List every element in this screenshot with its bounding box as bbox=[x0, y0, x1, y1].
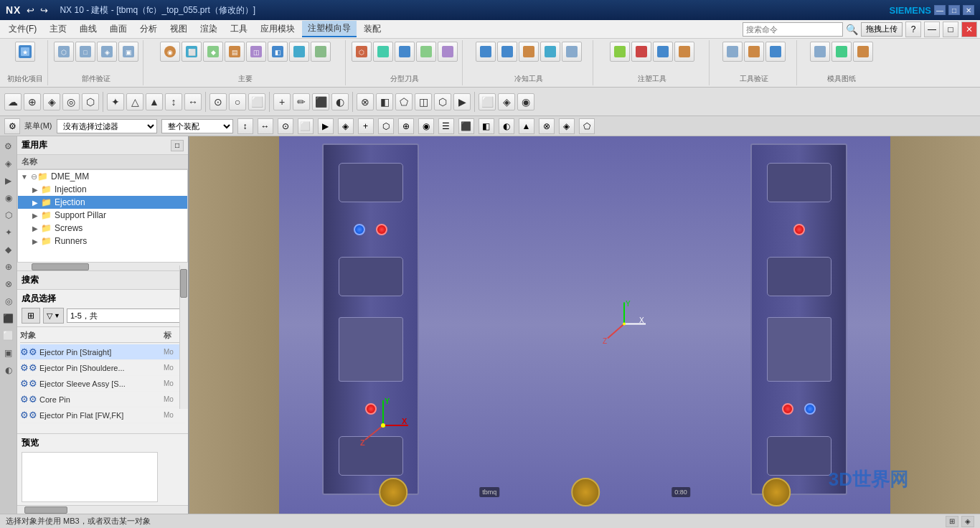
cmd-icon-6[interactable]: ◈ bbox=[338, 118, 354, 134]
tb2-icon-10[interactable]: ↔ bbox=[184, 93, 202, 110]
file-tree[interactable]: ▼ ⊖ 📁 DME_MM ▶ 📁 Injection ▶ 📁 Ejection … bbox=[17, 169, 188, 263]
init-project-icon[interactable]: ★ bbox=[15, 42, 35, 62]
tb-tv-3[interactable] bbox=[765, 42, 786, 62]
cmd-icon-4[interactable]: ⬜ bbox=[298, 118, 314, 134]
sidebar-icon-14[interactable]: ◐ bbox=[1, 363, 16, 377]
tb-cool-3[interactable] bbox=[519, 42, 539, 62]
cmd-icon-10[interactable]: ◉ bbox=[418, 118, 434, 134]
tree-item-screws[interactable]: ▶ 📁 Screws bbox=[18, 222, 187, 235]
tb2-icon-9[interactable]: ↕ bbox=[165, 93, 182, 110]
tb2-icon-23[interactable]: ⬜ bbox=[479, 93, 496, 110]
command-search-input[interactable] bbox=[743, 22, 843, 37]
cmd-icon-7[interactable]: + bbox=[358, 118, 374, 134]
sidebar-icon-3[interactable]: ▶ bbox=[1, 174, 16, 188]
tb-main-8[interactable] bbox=[311, 42, 331, 62]
cmd-icon-17[interactable]: ◈ bbox=[559, 118, 575, 134]
menu-render[interactable]: 渲染 bbox=[194, 22, 223, 37]
tb2-icon-7[interactable]: △ bbox=[126, 93, 143, 110]
statusbar-icon-1[interactable]: ⊞ bbox=[946, 516, 958, 527]
tb-icon-1[interactable]: ⬡ bbox=[54, 42, 74, 62]
tb2-icon-17[interactable]: ⊗ bbox=[357, 93, 374, 110]
sidebar-icon-9[interactable]: ⊗ bbox=[1, 277, 16, 291]
range-input[interactable] bbox=[67, 308, 184, 323]
sidebar-icon-12[interactable]: ⬜ bbox=[1, 329, 16, 343]
sidebar-icon-5[interactable]: ⬡ bbox=[1, 208, 16, 222]
expand-ejection-icon[interactable]: ▶ bbox=[32, 199, 41, 207]
menu-tools[interactable]: 工具 bbox=[225, 22, 253, 37]
cmd-icon-16[interactable]: ⊗ bbox=[539, 118, 555, 134]
tb-mold-2[interactable] bbox=[631, 42, 651, 62]
tb2-icon-25[interactable]: ◉ bbox=[517, 93, 534, 110]
tb-mold-4[interactable] bbox=[674, 42, 694, 62]
tb-main-5[interactable]: ◫ bbox=[246, 42, 266, 62]
tree-item-support[interactable]: ▶ 📁 Support Pillar bbox=[18, 209, 187, 222]
cmd-icon-8[interactable]: ⬡ bbox=[378, 118, 394, 134]
menu-view[interactable]: 视图 bbox=[164, 22, 193, 37]
object-row-2[interactable]: ⚙⚙ Ejector Pin [Shouldere... Mo bbox=[20, 360, 185, 376]
scope-select[interactable]: 整个装配 bbox=[161, 119, 233, 133]
tb-main-4[interactable]: ▤ bbox=[225, 42, 245, 62]
reuse-library-collapse[interactable]: □ bbox=[171, 140, 184, 151]
tb-cool-5[interactable] bbox=[562, 42, 582, 62]
cmd-icon-11[interactable]: ☰ bbox=[438, 118, 454, 134]
panel-vscroll-thumb[interactable] bbox=[180, 269, 187, 298]
tb-part-5[interactable] bbox=[438, 42, 458, 62]
tb2-pencil[interactable]: ✏ bbox=[293, 93, 310, 110]
expand-injection-icon[interactable]: ▶ bbox=[32, 186, 41, 194]
tb-part-3[interactable] bbox=[395, 42, 415, 62]
menu-assembly[interactable]: 装配 bbox=[358, 22, 387, 37]
statusbar-icon-2[interactable]: ◈ bbox=[961, 516, 974, 527]
tb2-icon-11[interactable]: ⊙ bbox=[209, 93, 227, 110]
tb2-icon-21[interactable]: ⬡ bbox=[434, 93, 451, 110]
cmd-icon-9[interactable]: ⊕ bbox=[398, 118, 414, 134]
sidebar-icon-10[interactable]: ◎ bbox=[1, 294, 16, 308]
menu-app[interactable]: 应用模块 bbox=[255, 22, 301, 37]
tree-item-runners[interactable]: ▶ 📁 Runners bbox=[18, 235, 187, 248]
panel-vscroll[interactable] bbox=[179, 265, 188, 409]
tb-icon-3[interactable]: ◈ bbox=[97, 42, 117, 62]
expand-dme-icon[interactable]: ▼ bbox=[21, 173, 29, 181]
sidebar-icon-1[interactable]: ⚙ bbox=[1, 139, 16, 154]
cmd-icon-13[interactable]: ◧ bbox=[479, 118, 494, 134]
tb2-icon-13[interactable]: ⬜ bbox=[248, 93, 265, 110]
tb-draw-2[interactable] bbox=[831, 42, 852, 62]
tb-cool-4[interactable] bbox=[540, 42, 560, 62]
tb-part-1[interactable]: ⬡ bbox=[352, 42, 372, 62]
tb2-icon-8[interactable]: ▲ bbox=[146, 93, 163, 110]
tb2-icon-5[interactable]: ⬡ bbox=[82, 93, 99, 110]
upload-button[interactable]: 拖拽上传 bbox=[861, 22, 903, 37]
maximize-button[interactable]: □ bbox=[948, 5, 960, 15]
menu-curve[interactable]: 曲线 bbox=[74, 22, 103, 37]
tb-cool-2[interactable] bbox=[497, 42, 517, 62]
grid-view-button[interactable]: ⊞ bbox=[22, 308, 40, 324]
menu-file[interactable]: 文件(F) bbox=[3, 22, 42, 37]
panel-hscroll-thumb[interactable] bbox=[24, 506, 67, 514]
tb-draw-3[interactable] bbox=[853, 42, 873, 62]
object-row-5[interactable]: ⚙⚙ Ejector Pin Flat [FW,FK] Mo bbox=[20, 407, 185, 423]
tb-icon-4[interactable]: ▣ bbox=[118, 42, 138, 62]
tb-main-3[interactable]: ◆ bbox=[203, 42, 223, 62]
tb-mold-1[interactable] bbox=[610, 42, 630, 62]
expand-runners-icon[interactable]: ▶ bbox=[32, 237, 41, 245]
tb2-icon-6[interactable]: ✦ bbox=[107, 93, 124, 110]
undo-icon[interactable]: ↩ bbox=[27, 5, 34, 16]
minimize-icon[interactable]: — bbox=[924, 22, 940, 37]
cmd-icon-14[interactable]: ◐ bbox=[499, 118, 514, 134]
help-button[interactable]: ? bbox=[905, 22, 921, 37]
tree-hscroll[interactable] bbox=[17, 263, 188, 271]
menu-analysis[interactable]: 分析 bbox=[134, 22, 163, 37]
object-row-1[interactable]: ⚙⚙ Ejector Pin [Straight] Mo bbox=[20, 344, 185, 360]
tree-item-ejection[interactable]: ▶ 📁 Ejection bbox=[18, 196, 187, 209]
tb-mold-3[interactable] bbox=[653, 42, 673, 62]
sidebar-icon-6[interactable]: ✦ bbox=[1, 225, 16, 240]
filter-dropdown-button[interactable]: ▽ ▼ bbox=[43, 308, 64, 324]
tb-main-2[interactable]: ⬜ bbox=[182, 42, 202, 62]
tb-icon-2[interactable]: □ bbox=[75, 42, 95, 62]
tb2-icon-2[interactable]: ⊕ bbox=[24, 93, 41, 110]
tb2-icon-1[interactable]: ☁ bbox=[4, 93, 22, 110]
panel-hscroll[interactable] bbox=[17, 505, 188, 514]
tree-hscroll-thumb[interactable] bbox=[32, 263, 89, 270]
cmd-icon-12[interactable]: ⬛ bbox=[458, 118, 474, 134]
tb2-icon-3[interactable]: ◈ bbox=[43, 93, 60, 110]
filter-select[interactable]: 没有选择过滤器 bbox=[57, 119, 157, 133]
